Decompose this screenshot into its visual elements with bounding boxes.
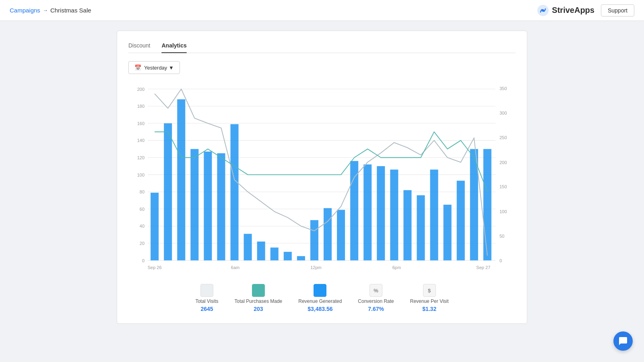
total-visits-value: 2645 [200, 306, 213, 312]
svg-rect-33 [164, 123, 172, 261]
svg-text:Sep 26: Sep 26 [148, 265, 162, 269]
svg-text:6am: 6am [231, 265, 239, 269]
svg-text:40: 40 [140, 224, 144, 228]
svg-rect-57 [483, 149, 491, 260]
revenue-per-visit-swatch: $ [423, 284, 436, 297]
date-filter-button[interactable]: 📅 Yesterday ▼ [128, 61, 180, 74]
svg-text:100: 100 [137, 172, 144, 177]
svg-rect-51 [403, 190, 411, 261]
revenue-generated-swatch [314, 284, 326, 297]
campaigns-link[interactable]: Campaigns [10, 7, 40, 14]
svg-rect-49 [377, 166, 385, 260]
conversion-rate-label: Conversion Rate [358, 298, 394, 304]
svg-text:200: 200 [137, 86, 144, 91]
svg-text:50: 50 [500, 234, 504, 239]
support-button[interactable]: Support [601, 4, 634, 16]
revenue-generated-label: Revenue Generated [298, 298, 342, 304]
svg-text:250: 250 [500, 135, 507, 140]
breadcrumb-arrow: → [43, 7, 48, 13]
svg-rect-42 [284, 252, 292, 260]
analytics-card: Discount Analytics 📅 Yesterday ▼ [117, 31, 527, 324]
svg-text:140: 140 [137, 138, 144, 143]
breadcrumb: Campaigns → Christmas Sale [10, 7, 91, 14]
svg-text:150: 150 [500, 184, 507, 189]
svg-text:20: 20 [140, 241, 144, 246]
chat-button[interactable] [613, 331, 633, 351]
svg-text:350: 350 [500, 86, 507, 91]
total-purchases-swatch [252, 284, 265, 297]
total-visits-label: Total Visits [195, 298, 218, 304]
total-purchases-value: 203 [254, 306, 263, 312]
revenue-generated-value: $3,483.56 [308, 306, 332, 312]
svg-rect-37 [217, 153, 225, 260]
svg-text:100: 100 [500, 209, 507, 214]
svg-text:160: 160 [137, 121, 144, 125]
svg-rect-34 [177, 99, 185, 261]
svg-text:Sep 27: Sep 27 [476, 265, 490, 269]
svg-text:0: 0 [500, 258, 502, 263]
legend-revenue-per-visit: $ Revenue Per Visit $1.32 [410, 284, 449, 312]
chart-svg: 0 20 40 60 80 100 120 140 160 180 200 0 … [128, 80, 516, 278]
revenue-per-visit-label: Revenue Per Visit [410, 298, 449, 304]
logo: StriveApps [537, 4, 594, 17]
svg-rect-48 [363, 165, 372, 261]
svg-rect-43 [297, 256, 305, 261]
svg-rect-41 [270, 247, 279, 260]
chart-container: 0 20 40 60 80 100 120 140 160 180 200 0 … [128, 80, 516, 278]
svg-rect-38 [231, 124, 239, 261]
svg-text:6pm: 6pm [392, 265, 401, 269]
svg-rect-35 [190, 149, 198, 260]
svg-text:200: 200 [500, 160, 507, 165]
total-visits-swatch [200, 284, 213, 297]
svg-point-1 [542, 9, 544, 12]
legend-total-visits: Total Visits 2645 [195, 284, 218, 312]
svg-rect-46 [337, 210, 345, 261]
legend-total-purchases: Total Purchases Made 203 [235, 284, 283, 312]
svg-rect-40 [257, 242, 265, 261]
svg-rect-47 [350, 161, 358, 260]
header: Campaigns → Christmas Sale StriveApps Su… [0, 0, 644, 21]
svg-text:60: 60 [140, 207, 144, 212]
chat-icon [618, 336, 628, 346]
svg-text:180: 180 [137, 104, 144, 109]
svg-rect-45 [324, 208, 332, 260]
tab-discount[interactable]: Discount [128, 39, 150, 53]
chart-legend: Total Visits 2645 Total Purchases Made 2… [128, 284, 516, 312]
svg-text:80: 80 [140, 189, 144, 194]
filter-row: 📅 Yesterday ▼ [128, 61, 516, 74]
svg-rect-32 [151, 193, 159, 260]
svg-rect-44 [310, 220, 318, 260]
legend-conversion-rate: % Conversion Rate 7.67% [358, 284, 394, 312]
header-right: StriveApps Support [537, 4, 634, 17]
page-title: Christmas Sale [50, 7, 91, 14]
legend-revenue-generated: Revenue Generated $3,483.56 [298, 284, 342, 312]
calendar-icon: 📅 [134, 64, 141, 71]
total-purchases-label: Total Purchases Made [235, 298, 283, 304]
date-filter-label: Yesterday ▼ [144, 65, 174, 71]
conversion-rate-swatch: % [369, 284, 382, 297]
conversion-rate-value: 7.67% [368, 306, 384, 312]
tab-analytics[interactable]: Analytics [161, 39, 186, 53]
svg-rect-52 [417, 195, 425, 260]
logo-text: StriveApps [552, 6, 594, 15]
svg-text:300: 300 [500, 111, 507, 115]
svg-text:120: 120 [137, 155, 144, 160]
svg-text:0: 0 [142, 258, 144, 263]
main-content: Discount Analytics 📅 Yesterday ▼ [0, 21, 644, 333]
logo-icon [537, 4, 549, 17]
svg-rect-50 [390, 170, 398, 261]
svg-rect-54 [444, 205, 452, 260]
svg-rect-53 [430, 170, 438, 261]
svg-text:12pm: 12pm [310, 265, 322, 269]
revenue-per-visit-value: $1.32 [422, 306, 436, 312]
tab-bar: Discount Analytics [128, 39, 516, 53]
svg-rect-39 [244, 234, 252, 260]
svg-rect-36 [204, 152, 212, 261]
svg-rect-55 [457, 181, 465, 260]
